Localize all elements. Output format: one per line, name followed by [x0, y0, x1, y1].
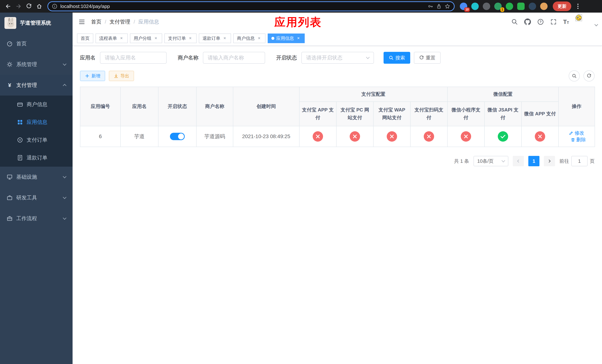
tab-pay-order[interactable]: 支付订单×	[164, 33, 197, 43]
col-header-id: 应用编号	[80, 87, 120, 126]
close-icon[interactable]: ×	[119, 36, 124, 41]
merchant-name-label: 商户名称	[178, 54, 198, 61]
back-icon[interactable]	[3, 1, 13, 11]
sidebar-item-payment[interactable]: ¥ 支付管理	[0, 75, 73, 96]
next-page-button[interactable]	[544, 156, 555, 166]
forward-icon[interactable]	[13, 1, 24, 11]
browser-chrome: localhost:1024/pay/app 10 1 更新	[0, 0, 602, 13]
merchant-name-input[interactable]	[203, 52, 265, 64]
chevron-down-icon	[63, 195, 66, 199]
breadcrumb-section[interactable]: 支付管理	[110, 18, 130, 25]
sidebar-item-dev-tools[interactable]: 研发工具	[0, 187, 73, 208]
tab-app-info[interactable]: 应用信息×	[268, 33, 305, 43]
url-text: localhost:1024/pay/app	[60, 3, 425, 9]
add-button[interactable]: 新增	[80, 71, 105, 81]
export-button[interactable]: 导出	[109, 71, 134, 81]
hamburger-icon[interactable]	[73, 13, 91, 31]
table-toolbar: 新增 导出	[80, 70, 595, 81]
browser-update-button[interactable]: 更新	[553, 1, 571, 11]
filter-form: 应用名 商户名称 开启状态 请选择开启状态 搜索 重置	[80, 52, 595, 64]
tab-process-form[interactable]: 流程表单×	[96, 33, 128, 43]
yen-icon: ¥	[7, 82, 13, 88]
browser-extension-icon-1[interactable]: 10	[460, 3, 467, 10]
site-info-icon[interactable]	[52, 3, 57, 9]
chevron-left-icon	[517, 160, 520, 163]
current-page-button[interactable]: 1	[528, 156, 539, 166]
sidebar-item-refund-order[interactable]: 退款订单	[0, 149, 73, 167]
user-avatar[interactable]	[575, 14, 590, 29]
app-table: 应用编号 应用名 开启状态 商户名称 创建时间 支付宝配置 微信配置 操作 支付…	[80, 87, 595, 147]
key-icon[interactable]	[428, 3, 433, 9]
reset-button[interactable]: 重置	[414, 52, 441, 64]
delete-link[interactable]: 删除	[571, 137, 586, 143]
toolbox-icon	[7, 195, 13, 201]
edit-link[interactable]: 修改	[569, 130, 584, 136]
tab-user-group[interactable]: 用户分组×	[130, 33, 162, 43]
browser-extension-icon-6[interactable]	[517, 3, 525, 10]
app-name-input[interactable]	[100, 52, 167, 64]
sidebar-item-pay-order[interactable]: 支付订单	[0, 131, 73, 149]
status-toggle[interactable]	[170, 133, 185, 140]
chevron-up-icon	[63, 84, 66, 87]
page-size-select[interactable]: 10条/页	[473, 156, 508, 166]
close-icon[interactable]: ×	[222, 36, 227, 41]
sidebar-item-app-info[interactable]: 应用信息	[0, 113, 73, 131]
help-icon[interactable]: ?	[537, 19, 544, 25]
close-icon[interactable]: ×	[296, 36, 301, 41]
goto-page: 前往 页	[559, 156, 595, 166]
search-button[interactable]: 搜索	[384, 52, 410, 64]
monitor-icon	[7, 174, 13, 180]
avatar-caret-icon[interactable]	[594, 22, 598, 26]
status-select[interactable]: 请选择开启状态	[301, 52, 374, 64]
extension-badge: 1	[500, 7, 504, 12]
sidebar-item-home[interactable]: 首页	[0, 33, 73, 54]
col-header-wx-app: 微信 APP 支付	[521, 102, 559, 126]
font-size-icon[interactable]: TT	[563, 19, 569, 25]
extension-toolbar: 10 1	[460, 3, 548, 10]
close-icon[interactable]: ×	[188, 36, 193, 41]
chevron-right-icon	[548, 160, 551, 163]
close-icon[interactable]: ×	[153, 36, 159, 41]
refresh-icon	[587, 74, 591, 78]
cell-merchant: 芋道源码	[196, 126, 233, 147]
col-header-name: 应用名	[120, 87, 158, 126]
share-icon[interactable]	[436, 3, 442, 9]
sidebar-item-workflow[interactable]: 工作流程	[0, 208, 73, 229]
sidebar-item-merchant-info[interactable]: 商户信息	[0, 96, 73, 113]
goto-page-input[interactable]	[571, 156, 588, 166]
sidebar-item-infrastructure[interactable]: 基础设施	[0, 167, 73, 187]
bookmark-star-icon[interactable]	[445, 3, 450, 9]
chevron-down-icon	[63, 62, 66, 66]
tab-refund-order[interactable]: 退款订单×	[199, 33, 231, 43]
fullscreen-icon[interactable]	[550, 19, 557, 25]
logo-avatar	[4, 17, 16, 29]
tab-home[interactable]: 首页	[77, 33, 93, 43]
browser-menu-icon[interactable]	[575, 2, 581, 10]
breadcrumb-home[interactable]: 首页	[91, 18, 101, 25]
tab-merchant-info[interactable]: 商户信息×	[233, 33, 266, 43]
refresh-table-button[interactable]	[583, 70, 595, 81]
cell-name: 芋道	[120, 126, 158, 147]
address-bar[interactable]: localhost:1024/pay/app	[47, 1, 455, 11]
close-icon[interactable]: ×	[257, 36, 262, 41]
browser-profile-avatar[interactable]	[540, 3, 548, 10]
search-icon[interactable]	[511, 19, 518, 25]
browser-extension-icon-3[interactable]	[483, 3, 490, 10]
browser-extension-icon-2[interactable]	[471, 3, 479, 10]
pagination: 共 1 条 10条/页 1 前往 页	[80, 156, 595, 166]
browser-extension-icon-5[interactable]	[506, 3, 513, 10]
toggle-search-button[interactable]	[569, 70, 580, 81]
wx-mini-status-icon	[461, 131, 471, 142]
browser-extension-icon-7[interactable]	[529, 3, 536, 10]
prev-page-button[interactable]	[513, 156, 524, 166]
credit-card-icon	[17, 101, 23, 107]
grid-icon	[17, 119, 23, 125]
home-icon[interactable]	[34, 1, 44, 11]
target-icon	[17, 137, 23, 143]
github-icon[interactable]	[524, 19, 531, 25]
reload-icon[interactable]	[24, 1, 34, 11]
sidebar-item-system[interactable]: 系统管理	[0, 54, 73, 75]
browser-extension-icon-4[interactable]: 1	[494, 3, 502, 10]
plus-icon	[85, 74, 90, 78]
svg-text:?: ?	[540, 20, 542, 24]
